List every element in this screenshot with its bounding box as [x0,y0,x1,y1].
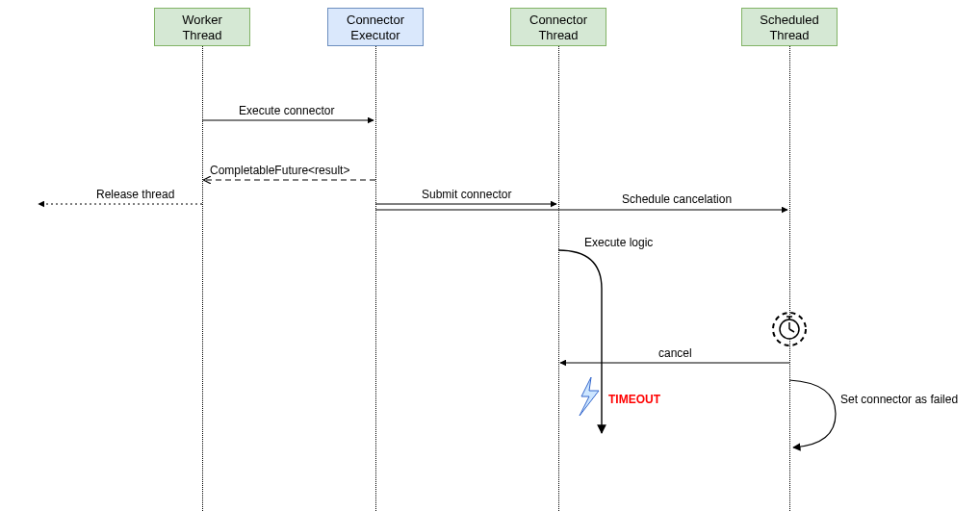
lifeline-scheduled-thread [789,46,790,511]
msg-set-failed: Set connector as failed [840,393,958,406]
participant-label: Connector [529,13,587,27]
msg-release-thread: Release thread [96,188,174,201]
lifeline-executor [375,46,376,511]
msg-schedule-cancel: Schedule cancelation [622,192,732,206]
msg-execute-connector: Execute connector [239,104,334,117]
participant-label: Thread [182,28,221,42]
msg-cancel: cancel [658,346,692,360]
lifeline-worker [202,46,203,511]
participant-label: Executor [350,28,400,42]
msg-execute-logic: Execute logic [584,236,653,249]
lightning-icon [580,377,599,416]
msg-submit-connector: Submit connector [422,188,511,201]
msg-timeout: TIMEOUT [608,393,660,406]
participant-scheduled-thread: Scheduled Thread [741,8,838,46]
msg-completable-future: CompletableFuture<result> [210,164,349,177]
participant-label: Thread [769,28,809,42]
participant-connector-executor: Connector Executor [327,8,424,46]
self-set-failed [789,380,836,447]
self-execute-logic [558,250,602,433]
participant-label: Worker [182,13,222,27]
participant-label: Connector [347,13,404,27]
lifeline-connector-thread [558,46,559,511]
participant-label: Thread [538,28,578,42]
diagram-overlay [0,0,980,511]
participant-connector-thread: Connector Thread [510,8,606,46]
participant-label: Scheduled [760,13,818,27]
participant-worker-thread: Worker Thread [154,8,250,46]
